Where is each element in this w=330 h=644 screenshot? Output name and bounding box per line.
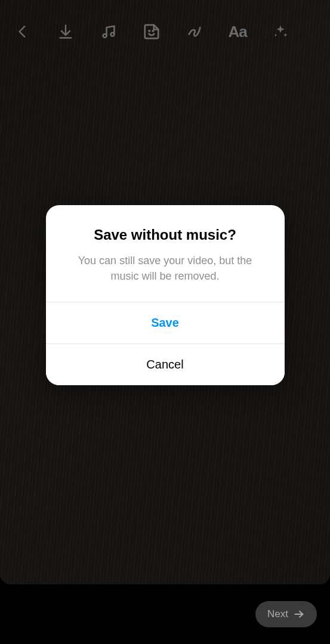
save-without-music-dialog: Save without music? You can still save y…: [46, 205, 285, 385]
save-button[interactable]: Save: [46, 302, 285, 343]
modal-backdrop[interactable]: Save without music? You can still save y…: [0, 0, 330, 644]
save-button-label: Save: [151, 316, 179, 330]
cancel-button[interactable]: Cancel: [46, 343, 285, 385]
dialog-content: Save without music? You can still save y…: [46, 205, 285, 302]
dialog-message: You can still save your video, but the m…: [64, 253, 267, 284]
dialog-title: Save without music?: [64, 227, 267, 243]
cancel-button-label: Cancel: [146, 358, 183, 371]
